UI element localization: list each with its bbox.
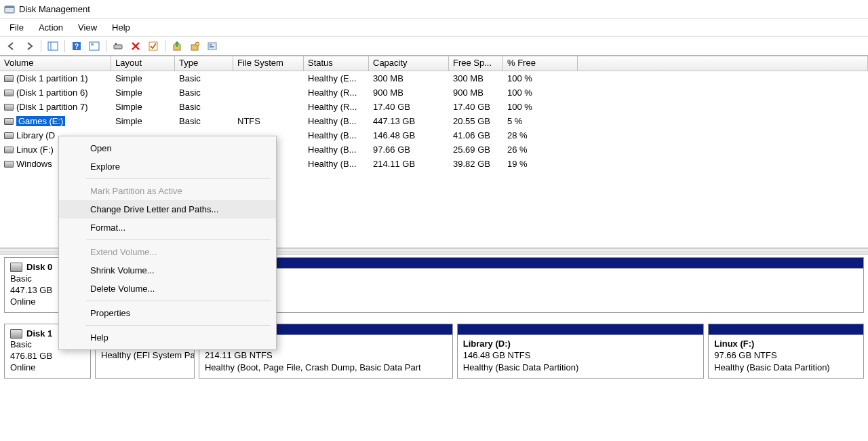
app-icon — [4, 4, 15, 15]
cell-layout: Simple — [111, 116, 175, 126]
cell-free: 300 MB — [449, 73, 503, 83]
context-item-help[interactable]: Help — [59, 328, 276, 347]
col-fill — [578, 56, 868, 71]
context-item-shrink-volume[interactable]: Shrink Volume... — [59, 261, 276, 280]
menu-file[interactable]: File — [3, 21, 31, 34]
cell-pct: 28 % — [503, 130, 578, 140]
svg-rect-6 — [90, 42, 99, 50]
context-item-open[interactable]: Open — [59, 139, 276, 157]
partition[interactable]: Linux (F:)97.66 GB NTFSHealthy (Basic Da… — [708, 324, 864, 379]
partition-title: Linux (F:) — [714, 338, 858, 350]
svg-rect-15 — [210, 44, 212, 45]
table-row[interactable]: Games (E:)SimpleBasicNTFSHealthy (B...44… — [0, 114, 868, 128]
cell-status: Healthy (E... — [304, 73, 369, 83]
partition-status: Healthy (Basic Data Partition) — [463, 362, 698, 374]
cell-status: Healthy (B... — [304, 159, 369, 169]
cell-capacity: 146.48 GB — [369, 130, 449, 140]
volume-name: (Disk 1 partition 1) — [16, 73, 87, 83]
svg-rect-1 — [5, 6, 14, 8]
action2-icon[interactable] — [187, 39, 202, 54]
context-item-extend-volume: Extend Volume... — [59, 243, 276, 261]
col-free[interactable]: Free Sp... — [449, 56, 503, 71]
action3-icon[interactable] — [205, 39, 220, 54]
volume-name: Games (E:) — [16, 116, 65, 126]
volume-icon — [4, 104, 14, 111]
disk-icon — [10, 263, 22, 272]
console-tree-icon[interactable] — [45, 39, 60, 54]
cell-free: 39.82 GB — [449, 159, 503, 169]
cell-layout: Simple — [111, 88, 175, 98]
volume-name: (Disk 1 partition 7) — [16, 102, 87, 112]
cell-pct: 19 % — [503, 159, 578, 169]
disk-name: Disk 1 — [26, 328, 52, 340]
cell-status: Healthy (B... — [304, 116, 369, 126]
disk-size: 476.81 GB — [10, 351, 85, 362]
context-item-properties[interactable]: Properties — [59, 304, 276, 322]
table-row[interactable]: (Disk 1 partition 7)SimpleBasicHealthy (… — [0, 100, 868, 114]
cell-pct: 100 % — [503, 73, 578, 83]
volume-name: Library (D — [16, 130, 55, 140]
cell-free: 20.55 GB — [449, 116, 503, 126]
svg-rect-2 — [48, 42, 58, 50]
context-menu: OpenExploreMark Partition as ActiveChang… — [58, 136, 277, 350]
cell-status: Healthy (R... — [304, 102, 369, 112]
context-item-delete-volume[interactable]: Delete Volume... — [59, 280, 276, 298]
cell-pct: 5 % — [503, 116, 578, 126]
context-item-format[interactable]: Format... — [59, 218, 276, 237]
refresh-icon[interactable] — [87, 39, 102, 54]
svg-rect-8 — [114, 45, 122, 49]
menu-view[interactable]: View — [71, 21, 104, 34]
cell-capacity: 900 MB — [369, 88, 449, 98]
cell-pct: 100 % — [503, 88, 578, 98]
context-item-change-drive-letter-and-paths[interactable]: Change Drive Letter and Paths... — [59, 200, 276, 218]
col-volume[interactable]: Volume — [0, 56, 111, 71]
delete-icon[interactable] — [128, 39, 143, 54]
col-capacity[interactable]: Capacity — [369, 56, 449, 71]
svg-point-13 — [195, 42, 199, 46]
col-fs[interactable]: File System — [233, 56, 304, 71]
cell-layout: Simple — [111, 102, 175, 112]
context-separator — [86, 178, 271, 179]
partition-status: Healthy (Boot, Page File, Crash Dump, Ba… — [205, 362, 447, 374]
volume-icon — [4, 75, 14, 82]
volume-table-header: Volume Layout Type File System Status Ca… — [0, 56, 868, 71]
cell-status: Healthy (B... — [304, 130, 369, 140]
menubar: FileActionViewHelp — [0, 19, 868, 37]
help-icon[interactable]: ? — [69, 39, 84, 54]
col-layout[interactable]: Layout — [111, 56, 175, 71]
svg-rect-9 — [115, 43, 117, 45]
volume-icon — [4, 161, 14, 168]
col-status[interactable]: Status — [304, 56, 369, 71]
svg-rect-16 — [210, 46, 214, 47]
check-icon[interactable] — [146, 39, 161, 54]
forward-icon[interactable] — [22, 39, 37, 54]
menu-action[interactable]: Action — [32, 21, 70, 34]
partition-sub: 146.48 GB NTFS — [463, 349, 698, 362]
table-row[interactable]: (Disk 1 partition 6)SimpleBasicHealthy (… — [0, 85, 868, 100]
cell-type: Basic — [175, 116, 233, 126]
context-item-explore[interactable]: Explore — [59, 157, 276, 176]
menu-help[interactable]: Help — [105, 21, 137, 34]
partition-sub: 97.66 GB NTFS — [714, 349, 858, 362]
cell-free: 900 MB — [449, 88, 503, 98]
settings-icon[interactable] — [111, 39, 125, 54]
volume-icon — [4, 90, 14, 96]
table-row[interactable]: (Disk 1 partition 1)SimpleBasicHealthy (… — [0, 71, 868, 85]
back-icon[interactable] — [4, 39, 19, 54]
cell-capacity: 214.11 GB — [369, 159, 449, 169]
volume-name: Linux (F:) — [16, 145, 54, 155]
action1-icon[interactable] — [170, 39, 184, 54]
context-separator — [86, 239, 271, 240]
cell-free: 25.69 GB — [449, 145, 503, 155]
partition[interactable]: Library (D:)146.48 GB NTFSHealthy (Basic… — [457, 324, 704, 379]
window-title: Disk Management — [19, 4, 90, 14]
partition-status: Healthy (EFI System Par — [101, 349, 189, 362]
cell-status: Healthy (B... — [304, 145, 369, 155]
col-type[interactable]: Type — [175, 56, 233, 71]
cell-free: 41.06 GB — [449, 130, 503, 140]
volume-icon — [4, 147, 14, 153]
cell-capacity: 97.66 GB — [369, 145, 449, 155]
col-pct[interactable]: % Free — [503, 56, 578, 71]
context-item-mark-partition-as-active: Mark Partition as Active — [59, 182, 276, 200]
volume-name: (Disk 1 partition 6) — [16, 88, 87, 98]
